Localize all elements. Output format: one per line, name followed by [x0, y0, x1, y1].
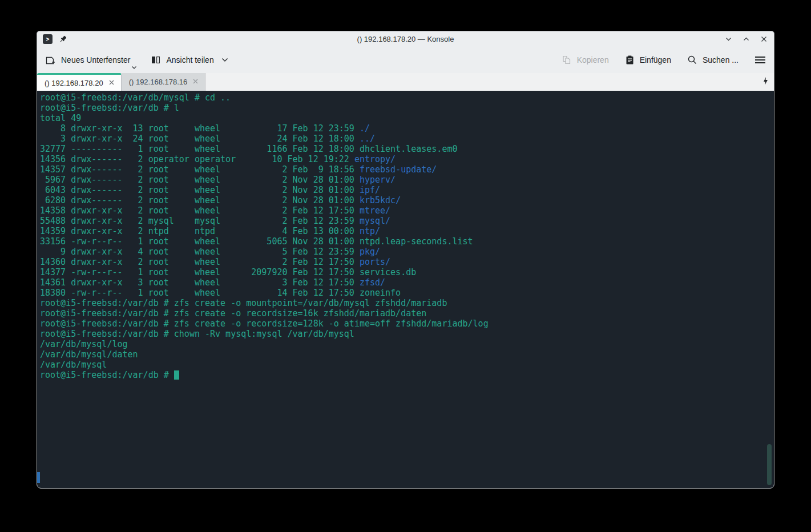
- terminal-line: 55488 drwxr-xr-x 2 mysql mysql 2 Feb 12 …: [40, 216, 774, 226]
- new-tab-icon: [45, 55, 56, 66]
- tab-label: () 192.168.178.16: [129, 78, 188, 86]
- split-view-button[interactable]: Ansicht teilen: [151, 55, 228, 65]
- terminal-line: /var/db/mysql/log: [40, 339, 774, 349]
- directory-name: ports/: [360, 257, 390, 267]
- paste-label: Einfügen: [640, 55, 671, 65]
- new-output-indicator: [37, 472, 40, 483]
- hamburger-menu-button[interactable]: [754, 55, 766, 65]
- terminal-cursor: [174, 370, 179, 380]
- close-button[interactable]: [759, 35, 768, 44]
- terminal-line: root@i5-freebsd:/var/db # l: [40, 103, 774, 113]
- terminal-line: 14377 -rw-r--r-- 1 root wheel 2097920 Fe…: [40, 267, 774, 277]
- terminal-line: 32777 ---------- 1 root wheel 1166 Feb 1…: [40, 144, 774, 154]
- copy-icon: [562, 55, 572, 65]
- tab-192-168-178-16[interactable]: () 192.168.178.16: [122, 73, 206, 91]
- konsole-icon: >: [43, 34, 53, 44]
- terminal-line: root@i5-freebsd:/var/db # chown -Rv mysq…: [40, 329, 774, 339]
- tab-label: () 192.168.178.20: [45, 79, 103, 87]
- search-button[interactable]: Suchen ...: [687, 55, 739, 65]
- terminal[interactable]: root@i5-freebsd:/var/db/mysql # cd ..roo…: [37, 91, 774, 488]
- directory-name: ./: [360, 123, 370, 134]
- directory-name: ../: [360, 134, 375, 144]
- copy-button[interactable]: Kopieren: [562, 55, 609, 65]
- hamburger-menu-icon: [754, 55, 766, 65]
- chevron-down-icon: [131, 66, 137, 70]
- directory-name: pkg/: [360, 247, 380, 257]
- new-tab-label: Neues Unterfenster: [61, 55, 130, 65]
- directory-name: freebsd-update/: [360, 164, 437, 175]
- terminal-line: 9 drwxr-xr-x 4 root wheel 5 Feb 12 23:59…: [40, 247, 774, 257]
- split-view-icon: [151, 55, 161, 65]
- terminal-line: 14357 drwx------ 2 root wheel 2 Feb 9 18…: [40, 164, 774, 175]
- close-tab-icon[interactable]: [192, 78, 199, 86]
- tab-192-168-178-20[interactable]: () 192.168.178.20: [37, 73, 122, 91]
- terminal-line: 5967 drwx------ 2 root wheel 2 Nov 28 01…: [40, 175, 774, 185]
- window-title: () 192.168.178.20 — Konsole: [37, 35, 774, 43]
- terminal-scrollbar[interactable]: [767, 444, 772, 485]
- search-icon: [687, 55, 697, 65]
- chevron-down-icon: [221, 58, 228, 62]
- directory-name: ipf/: [360, 185, 380, 195]
- terminal-line: root@i5-freebsd:/var/db #: [40, 370, 774, 380]
- copy-label: Kopieren: [577, 55, 609, 65]
- terminal-line: 14361 drwxr-xr-x 3 root wheel 3 Feb 12 1…: [40, 277, 774, 288]
- terminal-line: 33156 -rw-r--r-- 1 root wheel 5065 Nov 2…: [40, 236, 774, 247]
- directory-name: entropy/: [354, 154, 396, 164]
- konsole-window: > () 192.168.178.20 — Konsole: [37, 31, 774, 489]
- new-tab-button[interactable]: Neues Unterfenster: [45, 55, 130, 66]
- terminal-line: 3 drwxr-xr-x 24 root wheel 24 Feb 12 18:…: [40, 134, 774, 144]
- paste-button[interactable]: Einfügen: [625, 55, 671, 65]
- terminal-line: /var/db/mysql/daten: [40, 349, 774, 360]
- directory-name: mysql/: [360, 216, 390, 226]
- directory-name: krb5kdc/: [360, 195, 401, 205]
- terminal-line: 8 drwxr-xr-x 13 root wheel 17 Feb 12 23:…: [40, 123, 774, 134]
- terminal-line: /var/db/mysql: [40, 360, 774, 370]
- terminal-line: 6043 drwx------ 2 root wheel 2 Nov 28 01…: [40, 185, 774, 195]
- terminal-line: root@i5-freebsd:/var/db # zfs create -o …: [40, 298, 774, 308]
- toolbar: Neues Unterfenster Ansicht teilen Kopier…: [37, 47, 774, 73]
- pin-icon[interactable]: [58, 35, 67, 44]
- minimize-button[interactable]: [724, 35, 733, 44]
- terminal-line: 14359 drwxr-xr-x 2 ntpd ntpd 4 Feb 13 00…: [40, 226, 774, 236]
- terminal-line: 14360 drwxr-xr-x 2 root wheel 2 Feb 12 1…: [40, 257, 774, 267]
- tab-bar: () 192.168.178.20 () 192.168.178.16: [37, 73, 774, 91]
- close-tab-icon[interactable]: [108, 79, 115, 87]
- terminal-line: 6280 drwx------ 2 root wheel 2 Nov 28 01…: [40, 195, 774, 205]
- terminal-line: 14356 drwx------ 2 operator operator 10 …: [40, 154, 774, 164]
- terminal-line: root@i5-freebsd:/var/db/mysql # cd ..: [40, 92, 774, 103]
- terminal-line: 14358 drwxr-xr-x 2 root wheel 2 Feb 12 1…: [40, 205, 774, 216]
- terminal-line: total 49: [40, 113, 774, 123]
- search-label: Suchen ...: [703, 55, 739, 65]
- terminal-line: 18380 -rw-r--r-- 1 root wheel 14 Feb 12 …: [40, 288, 774, 298]
- lightning-icon[interactable]: [762, 76, 769, 88]
- terminal-line: root@i5-freebsd:/var/db # zfs create -o …: [40, 319, 774, 329]
- directory-name: zfsd/: [360, 277, 385, 288]
- titlebar[interactable]: > () 192.168.178.20 — Konsole: [37, 31, 774, 47]
- terminal-line: root@i5-freebsd:/var/db # zfs create -o …: [40, 308, 774, 319]
- paste-icon: [625, 55, 635, 65]
- terminal-output: root@i5-freebsd:/var/db/mysql # cd ..roo…: [40, 92, 774, 380]
- directory-name: ntp/: [360, 226, 380, 236]
- maximize-button[interactable]: [741, 35, 751, 44]
- directory-name: mtree/: [360, 205, 390, 216]
- directory-name: hyperv/: [360, 175, 396, 185]
- split-view-label: Ansicht teilen: [166, 55, 213, 65]
